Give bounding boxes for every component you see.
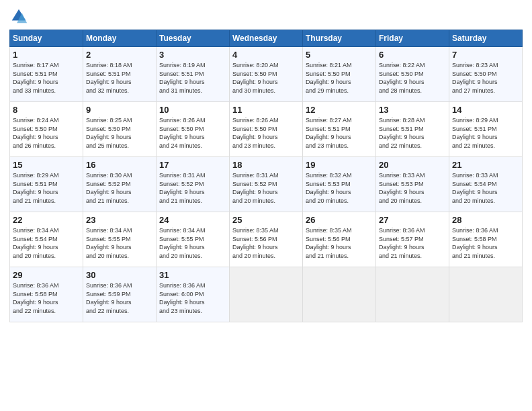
day-number: 19 (306, 160, 373, 170)
calendar-table: SundayMondayTuesdayWednesdayThursdayFrid… (9, 30, 523, 322)
day-cell (376, 267, 449, 322)
day-number: 28 (452, 215, 519, 225)
day-info: Sunrise: 8:25 AM Sunset: 5:50 PM Dayligh… (86, 116, 153, 150)
week-row-2: 8Sunrise: 8:24 AM Sunset: 5:50 PM Daylig… (10, 102, 523, 157)
day-cell: 5Sunrise: 8:21 AM Sunset: 5:50 PM Daylig… (303, 47, 376, 102)
day-cell: 30Sunrise: 8:36 AM Sunset: 5:59 PM Dayli… (83, 267, 157, 322)
day-info: Sunrise: 8:34 AM Sunset: 5:55 PM Dayligh… (159, 226, 226, 260)
day-info: Sunrise: 8:24 AM Sunset: 5:50 PM Dayligh… (13, 116, 80, 150)
day-info: Sunrise: 8:31 AM Sunset: 5:52 PM Dayligh… (232, 171, 300, 205)
day-number: 4 (232, 50, 300, 60)
day-info: Sunrise: 8:18 AM Sunset: 5:51 PM Dayligh… (86, 61, 153, 95)
day-info: Sunrise: 8:23 AM Sunset: 5:50 PM Dayligh… (452, 61, 519, 95)
day-number: 6 (379, 50, 446, 60)
day-info: Sunrise: 8:34 AM Sunset: 5:55 PM Dayligh… (86, 226, 153, 260)
day-info: Sunrise: 8:26 AM Sunset: 5:50 PM Dayligh… (159, 116, 226, 150)
day-cell: 9Sunrise: 8:25 AM Sunset: 5:50 PM Daylig… (83, 102, 157, 157)
day-number: 11 (232, 105, 300, 115)
day-info: Sunrise: 8:29 AM Sunset: 5:51 PM Dayligh… (13, 171, 80, 205)
day-info: Sunrise: 8:26 AM Sunset: 5:50 PM Dayligh… (232, 116, 300, 150)
col-header-monday: Monday (83, 30, 157, 47)
day-number: 5 (306, 50, 373, 60)
day-info: Sunrise: 8:27 AM Sunset: 5:51 PM Dayligh… (306, 116, 373, 150)
day-cell: 23Sunrise: 8:34 AM Sunset: 5:55 PM Dayli… (83, 212, 157, 267)
day-cell: 31Sunrise: 8:36 AM Sunset: 6:00 PM Dayli… (157, 267, 230, 322)
day-info: Sunrise: 8:35 AM Sunset: 5:56 PM Dayligh… (306, 226, 373, 260)
col-header-wednesday: Wednesday (230, 30, 303, 47)
day-info: Sunrise: 8:19 AM Sunset: 5:51 PM Dayligh… (159, 61, 226, 95)
day-number: 12 (306, 105, 373, 115)
day-info: Sunrise: 8:35 AM Sunset: 5:56 PM Dayligh… (232, 226, 300, 260)
day-cell: 1Sunrise: 8:17 AM Sunset: 5:51 PM Daylig… (10, 47, 83, 102)
day-info: Sunrise: 8:36 AM Sunset: 5:58 PM Dayligh… (452, 226, 519, 260)
day-info: Sunrise: 8:36 AM Sunset: 5:59 PM Dayligh… (86, 281, 153, 315)
day-cell: 28Sunrise: 8:36 AM Sunset: 5:58 PM Dayli… (449, 212, 523, 267)
day-number: 24 (159, 215, 226, 225)
day-cell: 7Sunrise: 8:23 AM Sunset: 5:50 PM Daylig… (449, 47, 523, 102)
day-info: Sunrise: 8:33 AM Sunset: 5:54 PM Dayligh… (452, 171, 519, 205)
day-info: Sunrise: 8:36 AM Sunset: 5:58 PM Dayligh… (13, 281, 80, 315)
col-header-tuesday: Tuesday (157, 30, 230, 47)
day-info: Sunrise: 8:32 AM Sunset: 5:53 PM Dayligh… (306, 171, 373, 205)
day-cell: 20Sunrise: 8:33 AM Sunset: 5:53 PM Dayli… (376, 157, 449, 212)
day-info: Sunrise: 8:30 AM Sunset: 5:52 PM Dayligh… (86, 171, 153, 205)
day-number: 23 (86, 215, 153, 225)
day-cell: 2Sunrise: 8:18 AM Sunset: 5:51 PM Daylig… (83, 47, 157, 102)
header (9, 7, 523, 26)
day-number: 1 (13, 50, 80, 60)
day-cell: 24Sunrise: 8:34 AM Sunset: 5:55 PM Dayli… (157, 212, 230, 267)
day-cell: 26Sunrise: 8:35 AM Sunset: 5:56 PM Dayli… (303, 212, 376, 267)
logo-icon (9, 7, 28, 26)
day-number: 27 (379, 215, 446, 225)
day-number: 15 (13, 160, 80, 170)
day-cell: 15Sunrise: 8:29 AM Sunset: 5:51 PM Dayli… (10, 157, 83, 212)
day-number: 30 (86, 270, 153, 280)
day-cell: 14Sunrise: 8:29 AM Sunset: 5:51 PM Dayli… (449, 102, 523, 157)
day-info: Sunrise: 8:36 AM Sunset: 6:00 PM Dayligh… (159, 281, 226, 315)
day-cell: 11Sunrise: 8:26 AM Sunset: 5:50 PM Dayli… (230, 102, 303, 157)
day-info: Sunrise: 8:36 AM Sunset: 5:57 PM Dayligh… (379, 226, 446, 260)
day-cell: 17Sunrise: 8:31 AM Sunset: 5:52 PM Dayli… (157, 157, 230, 212)
day-cell: 10Sunrise: 8:26 AM Sunset: 5:50 PM Dayli… (157, 102, 230, 157)
day-cell (449, 267, 523, 322)
day-number: 18 (232, 160, 300, 170)
day-cell: 25Sunrise: 8:35 AM Sunset: 5:56 PM Dayli… (230, 212, 303, 267)
col-header-friday: Friday (376, 30, 449, 47)
day-number: 14 (452, 105, 519, 115)
day-number: 22 (13, 215, 80, 225)
day-number: 29 (13, 270, 80, 280)
day-info: Sunrise: 8:20 AM Sunset: 5:50 PM Dayligh… (232, 61, 300, 95)
day-number: 25 (232, 215, 300, 225)
day-number: 2 (86, 50, 153, 60)
day-cell: 16Sunrise: 8:30 AM Sunset: 5:52 PM Dayli… (83, 157, 157, 212)
header-row: SundayMondayTuesdayWednesdayThursdayFrid… (10, 30, 523, 47)
day-info: Sunrise: 8:17 AM Sunset: 5:51 PM Dayligh… (13, 61, 80, 95)
col-header-saturday: Saturday (449, 30, 523, 47)
day-number: 16 (86, 160, 153, 170)
day-cell: 8Sunrise: 8:24 AM Sunset: 5:50 PM Daylig… (10, 102, 83, 157)
day-cell: 22Sunrise: 8:34 AM Sunset: 5:54 PM Dayli… (10, 212, 83, 267)
day-number: 8 (13, 105, 80, 115)
day-number: 7 (452, 50, 519, 60)
day-number: 17 (159, 160, 226, 170)
day-cell: 19Sunrise: 8:32 AM Sunset: 5:53 PM Dayli… (303, 157, 376, 212)
day-number: 13 (379, 105, 446, 115)
day-info: Sunrise: 8:21 AM Sunset: 5:50 PM Dayligh… (306, 61, 373, 95)
day-cell: 27Sunrise: 8:36 AM Sunset: 5:57 PM Dayli… (376, 212, 449, 267)
day-cell: 4Sunrise: 8:20 AM Sunset: 5:50 PM Daylig… (230, 47, 303, 102)
day-number: 31 (159, 270, 226, 280)
day-cell: 29Sunrise: 8:36 AM Sunset: 5:58 PM Dayli… (10, 267, 83, 322)
day-cell: 3Sunrise: 8:19 AM Sunset: 5:51 PM Daylig… (157, 47, 230, 102)
page-container: SundayMondayTuesdayWednesdayThursdayFrid… (0, 0, 532, 328)
col-header-thursday: Thursday (303, 30, 376, 47)
day-number: 20 (379, 160, 446, 170)
day-info: Sunrise: 8:33 AM Sunset: 5:53 PM Dayligh… (379, 171, 446, 205)
day-number: 10 (159, 105, 226, 115)
day-cell: 6Sunrise: 8:22 AM Sunset: 5:50 PM Daylig… (376, 47, 449, 102)
day-number: 3 (159, 50, 226, 60)
day-info: Sunrise: 8:31 AM Sunset: 5:52 PM Dayligh… (159, 171, 226, 205)
day-cell (230, 267, 303, 322)
week-row-4: 22Sunrise: 8:34 AM Sunset: 5:54 PM Dayli… (10, 212, 523, 267)
week-row-1: 1Sunrise: 8:17 AM Sunset: 5:51 PM Daylig… (10, 47, 523, 102)
day-info: Sunrise: 8:22 AM Sunset: 5:50 PM Dayligh… (379, 61, 446, 95)
